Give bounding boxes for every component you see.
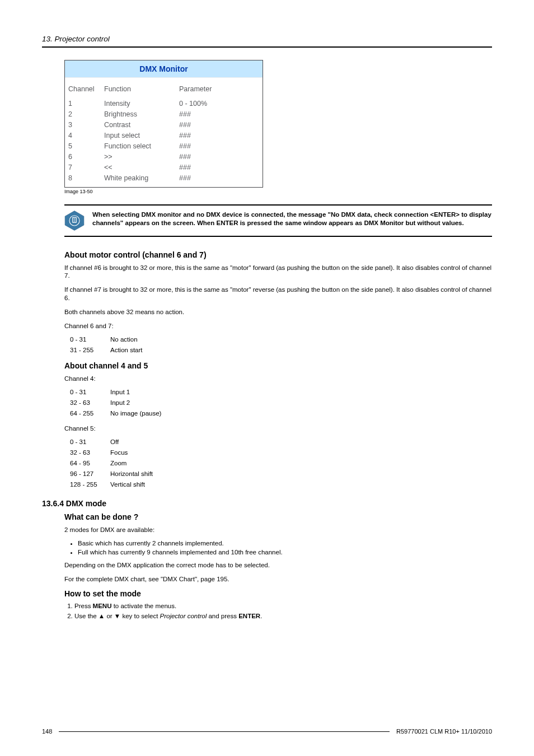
list-item: 64 - 95Zoom — [64, 460, 492, 466]
ch5-label: Channel 5: — [64, 424, 492, 433]
step-2: Use the ▲ or ▼ key to select Projector c… — [74, 613, 492, 619]
dmxmode-intro: 2 modes for DMX are available: — [64, 526, 492, 534]
list-item: 128 - 255Vertical shift — [64, 481, 492, 488]
col-parameter: Parameter — [178, 83, 260, 99]
table-row: 7<<### — [67, 162, 260, 173]
motor-heading: About motor control (channel 6 and 7) — [64, 250, 492, 259]
table-row: 1Intensity0 - 100% — [67, 99, 260, 109]
howto-heading: How to set the mode — [64, 589, 492, 598]
table-header-row: Channel Function Parameter — [67, 83, 260, 99]
list-item: Basic which has currently 2 channels imp… — [78, 540, 492, 547]
section-header: 13. Projector control — [42, 35, 492, 43]
list-item: 0 - 31No action — [64, 336, 492, 343]
dmx-monitor-figure: DMX Monitor Channel Function Parameter 1… — [64, 60, 263, 188]
list-item: 32 - 63Focus — [64, 449, 492, 456]
note-icon — [64, 211, 85, 231]
figure-caption: Image 13-50 — [64, 189, 492, 194]
motor-p2: If channel #7 is brought to 32 or more, … — [64, 286, 492, 302]
dmxmode-chart: For the complete DMX chart, see "DMX Cha… — [64, 575, 492, 584]
table-row: 4Input select### — [67, 130, 260, 141]
ch45-heading: About channel 4 and 5 — [64, 361, 492, 370]
list-item: 0 - 31Off — [64, 438, 492, 445]
table-row: 8White peaking### — [67, 173, 260, 184]
list-item: 32 - 63Input 2 — [64, 399, 492, 406]
howto-steps: Press MENU to activate the menus. Use th… — [64, 603, 492, 619]
col-channel: Channel — [67, 83, 103, 99]
table-row: 5Function select### — [67, 141, 260, 152]
ch5-list: 0 - 31Off 32 - 63Focus 64 - 95Zoom 96 - … — [64, 438, 492, 488]
table-row: 6>>### — [67, 152, 260, 162]
list-item: Full which has currently 9 channels impl… — [78, 549, 492, 556]
motor-p3: Both channels above 32 means no action. — [64, 308, 492, 316]
table-row: 3Contrast### — [67, 120, 260, 130]
list-item: 64 - 255No image (pause) — [64, 410, 492, 417]
page-content: DMX Monitor Channel Function Parameter 1… — [64, 60, 492, 619]
header-rule — [42, 46, 492, 48]
col-function: Function — [103, 83, 178, 99]
step-1: Press MENU to activate the menus. — [74, 603, 492, 609]
motor-p4: Channel 6 and 7: — [64, 322, 492, 330]
page-footer: 148 R59770021 CLM R10+ 11/10/2010 — [42, 728, 492, 735]
list-item: 0 - 31Input 1 — [64, 389, 492, 395]
svg-marker-0 — [65, 211, 84, 230]
list-item: 31 - 255Action start — [64, 347, 492, 353]
table-row: 2Brightness### — [67, 109, 260, 120]
motor-p1: If channel #6 is brought to 32 or more, … — [64, 264, 492, 281]
note-text: When selecting DMX monitor and no DMX de… — [92, 211, 492, 228]
ch4-list: 0 - 31Input 1 32 - 63Input 2 64 - 255No … — [64, 389, 492, 417]
footer-doc-id: R59770021 CLM R10+ 11/10/2010 — [390, 728, 492, 735]
footer-rule — [59, 731, 390, 732]
dmx-monitor-title: DMX Monitor — [65, 60, 263, 78]
motor-list: 0 - 31No action 31 - 255Action start — [64, 336, 492, 353]
note-box: When selecting DMX monitor and no DMX de… — [64, 204, 492, 237]
dmxmode-bullets: Basic which has currently 2 channels imp… — [64, 540, 492, 556]
ch4-label: Channel 4: — [64, 375, 492, 383]
page-number: 148 — [42, 728, 59, 735]
dmxmode-question: What can be done ? — [64, 512, 492, 521]
list-item: 96 - 127Horizontal shift — [64, 470, 492, 477]
dmxmode-numheading: 13.6.4 DMX mode — [42, 499, 492, 508]
dmx-monitor-table: Channel Function Parameter 1Intensity0 -… — [67, 83, 260, 184]
dmxmode-depends: Depending on the DMX application the cor… — [64, 561, 492, 570]
